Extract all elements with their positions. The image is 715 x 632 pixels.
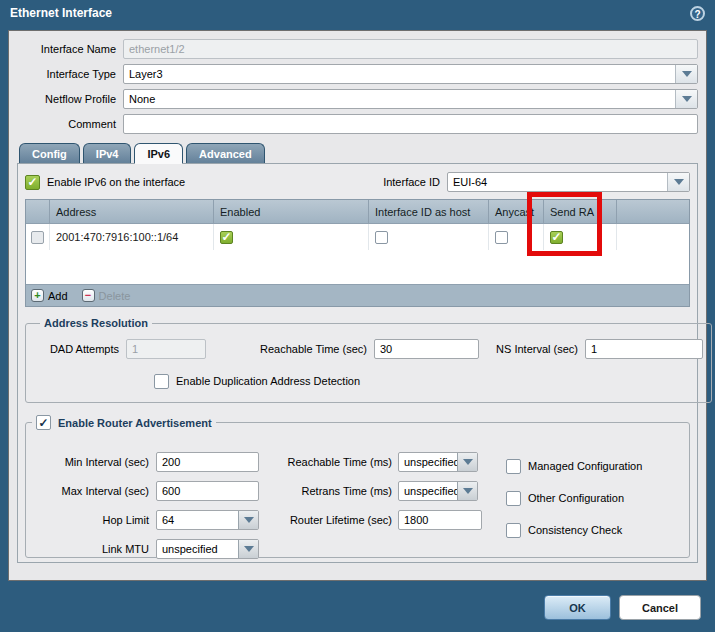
cancel-button[interactable]: Cancel xyxy=(619,595,701,620)
interface-id-dropdown[interactable]: EUI-64 xyxy=(447,172,690,192)
address-resolution-section: Address Resolution DAD Attempts Reachabl… xyxy=(25,317,712,403)
link-mtu-value: unspecified xyxy=(157,543,238,555)
tab-advanced[interactable]: Advanced xyxy=(186,143,265,163)
ok-button[interactable]: OK xyxy=(544,595,611,620)
dialog-footer: OK Cancel xyxy=(0,582,715,632)
enable-ipv6-label: Enable IPv6 on the interface xyxy=(47,176,185,188)
netflow-profile-label: Netflow Profile xyxy=(17,93,123,105)
delete-button[interactable]: − Delete xyxy=(82,289,131,302)
retrans-time-ms-value: unspecified xyxy=(399,485,457,497)
netflow-profile-dropdown[interactable]: None xyxy=(123,89,698,109)
interface-name-row: Interface Name xyxy=(17,39,698,59)
hop-limit-dropdown[interactable]: 64 xyxy=(156,510,259,530)
reachable-time-ms-dropdown[interactable]: unspecified xyxy=(398,452,478,472)
col-send-ra[interactable]: Send RA xyxy=(544,200,617,223)
chevron-down-icon[interactable] xyxy=(238,540,258,558)
add-button-label: Add xyxy=(48,290,68,302)
chevron-down-icon[interactable] xyxy=(675,65,697,83)
ns-interval-label: NS Interval (sec) xyxy=(479,343,585,355)
interface-name-label: Interface Name xyxy=(17,43,123,55)
dialog-title: Ethernet Interface xyxy=(10,6,112,20)
dad-attempts-label: DAD Attempts xyxy=(34,343,126,355)
table-row[interactable]: 2001:470:7916:100::1/64 xyxy=(26,224,689,250)
router-advertisement-section: Enable Router Advertisement Min Interval… xyxy=(25,415,690,558)
netflow-profile-row: Netflow Profile None xyxy=(17,89,698,109)
comment-label: Comment xyxy=(17,118,123,130)
table-header-row: Address Enabled Interface ID as host Any… xyxy=(26,200,689,224)
link-mtu-dropdown[interactable]: unspecified xyxy=(156,539,259,559)
interface-type-value: Layer3 xyxy=(124,68,675,80)
col-address[interactable]: Address xyxy=(50,200,214,223)
min-interval-label: Min Interval (sec) xyxy=(32,456,156,468)
table-empty-area xyxy=(26,250,689,284)
min-interval-field[interactable] xyxy=(156,452,259,472)
other-configuration-label: Other Configuration xyxy=(528,492,624,504)
max-interval-field[interactable] xyxy=(156,481,259,501)
col-enabled[interactable]: Enabled xyxy=(214,200,369,223)
chevron-down-icon[interactable] xyxy=(667,173,689,191)
chevron-down-icon[interactable] xyxy=(457,482,477,500)
interface-id-label: Interface ID xyxy=(383,176,440,188)
plus-icon: + xyxy=(31,289,44,302)
hop-limit-label: Hop Limit xyxy=(32,514,156,526)
tab-bar: Config IPv4 IPv6 Advanced xyxy=(19,143,698,163)
tab-config[interactable]: Config xyxy=(19,143,80,163)
max-interval-label: Max Interval (sec) xyxy=(32,485,156,497)
managed-configuration-checkbox[interactable] xyxy=(506,459,521,474)
ethernet-interface-dialog: Ethernet Interface ? Interface Name Inte… xyxy=(0,0,715,632)
enabled-checkbox[interactable] xyxy=(220,231,233,244)
router-lifetime-label: Router Lifetime (sec) xyxy=(279,514,398,526)
interface-type-row: Interface Type Layer3 xyxy=(17,64,698,84)
interface-type-dropdown[interactable]: Layer3 xyxy=(123,64,698,84)
comment-field[interactable] xyxy=(123,114,698,134)
interface-id-value: EUI-64 xyxy=(448,176,667,188)
titlebar: Ethernet Interface ? xyxy=(0,0,715,28)
address-cell: 2001:470:7916:100::1/64 xyxy=(50,224,214,250)
col-interface-id-as-host[interactable]: Interface ID as host xyxy=(369,200,489,223)
ipv6-tab-panel: Enable IPv6 on the interface Interface I… xyxy=(17,163,698,563)
interface-name-field xyxy=(123,39,698,59)
select-all-column xyxy=(26,200,50,223)
tab-ipv4[interactable]: IPv4 xyxy=(83,143,132,163)
add-button[interactable]: + Add xyxy=(31,289,68,302)
retrans-time-ms-label: Retrans Time (ms) xyxy=(279,485,398,497)
netflow-profile-value: None xyxy=(124,93,675,105)
enable-ipv6-row: Enable IPv6 on the interface Interface I… xyxy=(25,171,690,193)
delete-button-label: Delete xyxy=(99,290,131,302)
consistency-check-checkbox[interactable] xyxy=(506,523,521,538)
table-toolbar: + Add − Delete xyxy=(26,284,689,306)
enable-ipv6-checkbox[interactable] xyxy=(25,175,40,190)
retrans-time-ms-dropdown[interactable]: unspecified xyxy=(398,481,478,501)
router-lifetime-field[interactable] xyxy=(398,510,482,530)
address-resolution-legend: Address Resolution xyxy=(40,317,152,329)
hop-limit-value: 64 xyxy=(157,514,238,526)
tab-ipv6[interactable]: IPv6 xyxy=(134,143,183,163)
enable-ra-label: Enable Router Advertisement xyxy=(58,417,212,429)
anycast-checkbox[interactable] xyxy=(495,231,508,244)
row-select-checkbox[interactable] xyxy=(31,231,44,244)
enable-ra-checkbox[interactable] xyxy=(36,415,51,430)
reachable-time-ms-value: unspecified xyxy=(399,456,457,468)
col-anycast[interactable]: Anycast xyxy=(489,200,544,223)
minus-icon: − xyxy=(82,289,95,302)
ns-interval-field[interactable] xyxy=(585,339,703,359)
link-mtu-label: Link MTU xyxy=(32,543,156,555)
send-ra-checkbox[interactable] xyxy=(550,231,563,244)
other-configuration-checkbox[interactable] xyxy=(506,491,521,506)
managed-configuration-label: Managed Configuration xyxy=(528,460,642,472)
consistency-check-label: Consistency Check xyxy=(528,524,622,536)
chevron-down-icon[interactable] xyxy=(238,511,258,529)
help-icon[interactable]: ? xyxy=(690,6,705,21)
reachable-time-ms-label: Reachable Time (ms) xyxy=(279,456,398,468)
interface-type-label: Interface Type xyxy=(17,68,123,80)
reachable-time-sec-label: Reachable Time (sec) xyxy=(206,343,374,355)
dialog-body: Interface Name Interface Type Layer3 Net… xyxy=(8,30,707,581)
ipv6-address-table: Address Enabled Interface ID as host Any… xyxy=(25,199,690,307)
chevron-down-icon[interactable] xyxy=(457,453,477,471)
enable-dad-checkbox[interactable] xyxy=(154,374,169,389)
interface-id-as-host-checkbox[interactable] xyxy=(375,231,388,244)
reachable-time-sec-field[interactable] xyxy=(374,339,479,359)
chevron-down-icon[interactable] xyxy=(675,90,697,108)
enable-dad-label: Enable Duplication Address Detection xyxy=(176,375,360,387)
dad-attempts-field xyxy=(126,339,206,359)
